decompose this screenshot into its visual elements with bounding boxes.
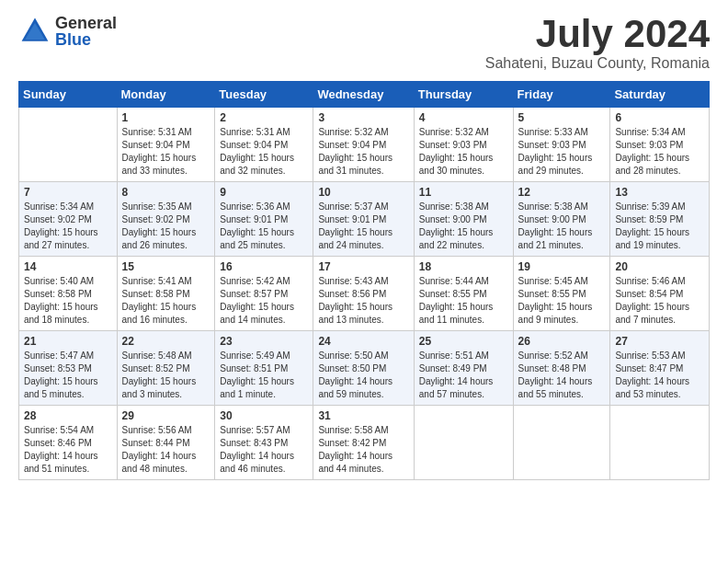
day-number: 8: [122, 186, 210, 199]
calendar-week-row: 28Sunrise: 5:54 AM Sunset: 8:46 PM Dayli…: [19, 406, 710, 480]
table-row: 20Sunrise: 5:46 AM Sunset: 8:54 PM Dayli…: [610, 257, 710, 331]
day-info: Sunrise: 5:38 AM Sunset: 9:00 PM Dayligh…: [419, 201, 508, 252]
calendar-week-row: 14Sunrise: 5:40 AM Sunset: 8:58 PM Dayli…: [19, 257, 710, 331]
table-row: 15Sunrise: 5:41 AM Sunset: 8:58 PM Dayli…: [117, 257, 215, 331]
table-row: 18Sunrise: 5:44 AM Sunset: 8:55 PM Dayli…: [414, 257, 513, 331]
day-info: Sunrise: 5:33 AM Sunset: 9:03 PM Dayligh…: [518, 126, 606, 178]
day-info: Sunrise: 5:58 AM Sunset: 8:42 PM Dayligh…: [318, 424, 408, 476]
logo-icon: [18, 15, 51, 48]
table-row: 24Sunrise: 5:50 AM Sunset: 8:50 PM Dayli…: [313, 331, 414, 406]
table-row: 19Sunrise: 5:45 AM Sunset: 8:55 PM Dayli…: [513, 257, 610, 331]
table-row: [19, 108, 118, 182]
day-number: 10: [318, 186, 408, 199]
header-thursday: Thursday: [414, 82, 513, 108]
day-number: 12: [518, 186, 606, 199]
table-row: 9Sunrise: 5:36 AM Sunset: 9:01 PM Daylig…: [215, 182, 313, 257]
day-number: 2: [220, 111, 308, 124]
day-info: Sunrise: 5:44 AM Sunset: 8:55 PM Dayligh…: [419, 275, 508, 327]
calendar-week-row: 1Sunrise: 5:31 AM Sunset: 9:04 PM Daylig…: [19, 108, 710, 182]
day-info: Sunrise: 5:53 AM Sunset: 8:47 PM Dayligh…: [615, 350, 704, 401]
logo-text: General Blue: [55, 15, 117, 48]
day-number: 6: [615, 111, 704, 124]
table-row: [513, 406, 610, 480]
day-number: 20: [615, 260, 704, 273]
day-info: Sunrise: 5:32 AM Sunset: 9:04 PM Dayligh…: [318, 126, 408, 178]
table-row: 30Sunrise: 5:57 AM Sunset: 8:43 PM Dayli…: [215, 406, 313, 480]
day-info: Sunrise: 5:35 AM Sunset: 9:02 PM Dayligh…: [122, 201, 210, 252]
page: General Blue July 2024 Sahateni, Buzau C…: [0, 0, 728, 499]
header-monday: Monday: [117, 82, 215, 108]
day-info: Sunrise: 5:42 AM Sunset: 8:57 PM Dayligh…: [220, 275, 308, 327]
day-number: 19: [518, 260, 606, 273]
day-number: 31: [318, 409, 408, 422]
table-row: 29Sunrise: 5:56 AM Sunset: 8:44 PM Dayli…: [117, 406, 215, 480]
day-number: 9: [220, 186, 308, 199]
day-info: Sunrise: 5:37 AM Sunset: 9:01 PM Dayligh…: [318, 201, 408, 252]
day-number: 22: [122, 335, 210, 348]
day-number: 14: [24, 260, 112, 273]
logo-blue-text: Blue: [55, 31, 117, 48]
logo: General Blue: [18, 15, 117, 48]
calendar-week-row: 7Sunrise: 5:34 AM Sunset: 9:02 PM Daylig…: [19, 182, 710, 257]
title-section: July 2024 Sahateni, Buzau County, Romani…: [485, 15, 710, 72]
header-friday: Friday: [513, 82, 610, 108]
day-info: Sunrise: 5:46 AM Sunset: 8:54 PM Dayligh…: [615, 275, 704, 327]
day-info: Sunrise: 5:54 AM Sunset: 8:46 PM Dayligh…: [24, 424, 112, 476]
header-wednesday: Wednesday: [313, 82, 414, 108]
day-number: 23: [220, 335, 308, 348]
day-info: Sunrise: 5:43 AM Sunset: 8:56 PM Dayligh…: [318, 275, 408, 327]
table-row: 7Sunrise: 5:34 AM Sunset: 9:02 PM Daylig…: [19, 182, 118, 257]
day-info: Sunrise: 5:50 AM Sunset: 8:50 PM Dayligh…: [318, 350, 408, 401]
day-number: 13: [615, 186, 704, 199]
header-sunday: Sunday: [19, 82, 118, 108]
table-row: 22Sunrise: 5:48 AM Sunset: 8:52 PM Dayli…: [117, 331, 215, 406]
day-number: 24: [318, 335, 408, 348]
table-row: 28Sunrise: 5:54 AM Sunset: 8:46 PM Dayli…: [19, 406, 118, 480]
day-number: 29: [122, 409, 210, 422]
day-number: 1: [122, 111, 210, 124]
calendar-week-row: 21Sunrise: 5:47 AM Sunset: 8:53 PM Dayli…: [19, 331, 710, 406]
day-info: Sunrise: 5:34 AM Sunset: 9:02 PM Dayligh…: [24, 201, 112, 252]
day-info: Sunrise: 5:56 AM Sunset: 8:44 PM Dayligh…: [122, 424, 210, 476]
day-number: 11: [419, 186, 508, 199]
day-number: 4: [419, 111, 508, 124]
table-row: 8Sunrise: 5:35 AM Sunset: 9:02 PM Daylig…: [117, 182, 215, 257]
table-row: 13Sunrise: 5:39 AM Sunset: 8:59 PM Dayli…: [610, 182, 710, 257]
day-info: Sunrise: 5:40 AM Sunset: 8:58 PM Dayligh…: [24, 275, 112, 327]
day-info: Sunrise: 5:34 AM Sunset: 9:03 PM Dayligh…: [615, 126, 704, 178]
day-number: 21: [24, 335, 112, 348]
day-info: Sunrise: 5:48 AM Sunset: 8:52 PM Dayligh…: [122, 350, 210, 401]
header-saturday: Saturday: [610, 82, 710, 108]
calendar-header-row: Sunday Monday Tuesday Wednesday Thursday…: [19, 82, 710, 108]
table-row: 25Sunrise: 5:51 AM Sunset: 8:49 PM Dayli…: [414, 331, 513, 406]
day-info: Sunrise: 5:31 AM Sunset: 9:04 PM Dayligh…: [220, 126, 308, 178]
day-info: Sunrise: 5:47 AM Sunset: 8:53 PM Dayligh…: [24, 350, 112, 401]
table-row: 3Sunrise: 5:32 AM Sunset: 9:04 PM Daylig…: [313, 108, 414, 182]
table-row: 26Sunrise: 5:52 AM Sunset: 8:48 PM Dayli…: [513, 331, 610, 406]
day-number: 30: [220, 409, 308, 422]
day-info: Sunrise: 5:41 AM Sunset: 8:58 PM Dayligh…: [122, 275, 210, 327]
table-row: 27Sunrise: 5:53 AM Sunset: 8:47 PM Dayli…: [610, 331, 710, 406]
table-row: 23Sunrise: 5:49 AM Sunset: 8:51 PM Dayli…: [215, 331, 313, 406]
day-info: Sunrise: 5:51 AM Sunset: 8:49 PM Dayligh…: [419, 350, 508, 401]
table-row: 31Sunrise: 5:58 AM Sunset: 8:42 PM Dayli…: [313, 406, 414, 480]
day-number: 16: [220, 260, 308, 273]
table-row: 6Sunrise: 5:34 AM Sunset: 9:03 PM Daylig…: [610, 108, 710, 182]
day-info: Sunrise: 5:57 AM Sunset: 8:43 PM Dayligh…: [220, 424, 308, 476]
day-info: Sunrise: 5:38 AM Sunset: 9:00 PM Dayligh…: [518, 201, 606, 252]
table-row: 17Sunrise: 5:43 AM Sunset: 8:56 PM Dayli…: [313, 257, 414, 331]
month-title: July 2024: [485, 15, 710, 53]
table-row: 2Sunrise: 5:31 AM Sunset: 9:04 PM Daylig…: [215, 108, 313, 182]
table-row: [610, 406, 710, 480]
day-info: Sunrise: 5:45 AM Sunset: 8:55 PM Dayligh…: [518, 275, 606, 327]
day-info: Sunrise: 5:32 AM Sunset: 9:03 PM Dayligh…: [419, 126, 508, 178]
day-number: 18: [419, 260, 508, 273]
day-info: Sunrise: 5:49 AM Sunset: 8:51 PM Dayligh…: [220, 350, 308, 401]
table-row: 14Sunrise: 5:40 AM Sunset: 8:58 PM Dayli…: [19, 257, 118, 331]
day-number: 5: [518, 111, 606, 124]
day-info: Sunrise: 5:52 AM Sunset: 8:48 PM Dayligh…: [518, 350, 606, 401]
table-row: 4Sunrise: 5:32 AM Sunset: 9:03 PM Daylig…: [414, 108, 513, 182]
table-row: 5Sunrise: 5:33 AM Sunset: 9:03 PM Daylig…: [513, 108, 610, 182]
day-info: Sunrise: 5:31 AM Sunset: 9:04 PM Dayligh…: [122, 126, 210, 178]
header-tuesday: Tuesday: [215, 82, 313, 108]
